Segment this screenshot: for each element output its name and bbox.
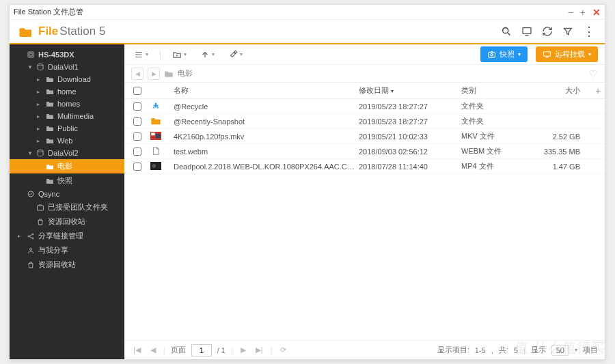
file-row[interactable]: @Recently-Snapshot2019/05/23 18:27:27文件夹	[124, 114, 605, 129]
pager-show-value[interactable]: 50	[551, 345, 569, 356]
file-type: 文件夹	[461, 116, 530, 126]
tree-item[interactable]: 已接受团队文件夹	[10, 200, 124, 214]
file-icon	[150, 116, 161, 126]
tree-item[interactable]: ▸Web	[10, 135, 124, 147]
row-checkbox[interactable]	[133, 148, 141, 156]
tree-item[interactable]: ▸Multimedia	[10, 110, 124, 122]
tree-item[interactable]: ▸homes	[10, 98, 124, 110]
file-size: 1.47 GB	[530, 163, 591, 171]
tree-arrow-icon[interactable]: ▸	[37, 113, 42, 120]
tree-arrow-icon[interactable]: ▸	[37, 76, 42, 83]
pager-prev[interactable]: ◀	[148, 346, 158, 354]
tree-arrow-icon[interactable]: ▼	[27, 64, 33, 70]
pager-total-label: 共:	[499, 345, 508, 355]
snapshot-button[interactable]: 快照▾	[480, 46, 528, 62]
column-date[interactable]: 修改日期▾	[359, 85, 461, 96]
tree-arrow-icon[interactable]: ▸	[37, 126, 42, 132]
svg-rect-2	[28, 52, 33, 57]
file-size: 335.35 MB	[530, 148, 591, 156]
tree-arrow-icon[interactable]: ▼	[27, 150, 33, 156]
tree-arrow-icon[interactable]: ▸	[37, 89, 42, 95]
svg-point-4	[38, 64, 43, 66]
minimize-button[interactable]: −	[568, 8, 573, 17]
column-size[interactable]: 大小	[530, 85, 591, 96]
svg-rect-16	[151, 132, 154, 135]
view-mode-button[interactable]: ▾	[131, 48, 151, 61]
tree-arrow-icon[interactable]: ▸	[37, 101, 42, 107]
maximize-button[interactable]: +	[580, 8, 586, 17]
svg-point-5	[38, 150, 43, 152]
tree-item[interactable]: ▸分享链接管理	[10, 229, 124, 243]
nav-forward-button[interactable]: ▶	[148, 68, 160, 80]
file-row[interactable]: 4K2160p.120fps.mkv2019/05/21 10:02:33MKV…	[124, 129, 605, 144]
close-button[interactable]: ✕	[592, 8, 601, 17]
breadcrumb-root-icon[interactable]	[164, 70, 174, 78]
row-checkbox[interactable]	[133, 163, 141, 171]
app-window: File Station 文件总管 − + ✕ FileStation 5 ⋮ …	[9, 4, 605, 360]
tree-label: 电影	[57, 161, 120, 171]
svg-point-10	[32, 238, 33, 239]
file-icon	[150, 131, 161, 141]
svg-point-9	[32, 234, 33, 235]
svg-point-13	[491, 53, 493, 55]
remote-mount-button[interactable]: 远程挂载▾	[536, 46, 598, 62]
shared-icon	[26, 247, 36, 255]
file-rows: @Recycle2019/05/23 18:27:27文件夹@Recently-…	[124, 99, 605, 340]
tools-button[interactable]: ▾	[226, 48, 245, 61]
pager-first[interactable]: |◀	[131, 346, 143, 354]
column-name[interactable]: 名称	[171, 85, 359, 96]
tree-label: 资源回收站	[48, 216, 120, 227]
remote-screen-icon[interactable]	[521, 26, 532, 37]
create-folder-button[interactable]: ▾	[169, 48, 189, 61]
tree-item[interactable]: Qsync	[10, 188, 124, 200]
select-all-checkbox[interactable]	[133, 87, 141, 95]
upload-button[interactable]: ▾	[197, 48, 217, 61]
column-add[interactable]: +	[591, 85, 605, 96]
tree-item[interactable]: 与我分享	[10, 243, 124, 257]
file-size: 2.52 GB	[530, 132, 591, 141]
folder-icon	[45, 137, 55, 145]
tree-item[interactable]: 资源回收站	[10, 257, 124, 272]
tree-item[interactable]: ▸Download	[10, 73, 124, 85]
file-row[interactable]: Deadpool.2.2018.WEB-DL.KOR.1080PX264.AAC…	[124, 159, 605, 174]
row-checkbox[interactable]	[133, 132, 141, 141]
tree-arrow-icon[interactable]: ▸	[37, 138, 42, 144]
tree-item[interactable]: 快照	[10, 173, 124, 188]
more-menu-icon[interactable]: ⋮	[583, 24, 595, 39]
pager-page-input[interactable]	[191, 344, 212, 356]
filter-icon[interactable]	[562, 26, 573, 37]
search-icon[interactable]	[501, 26, 512, 37]
row-checkbox[interactable]	[133, 117, 141, 126]
column-type[interactable]: 类别	[461, 85, 530, 96]
nav-back-button[interactable]: ◀	[131, 68, 144, 80]
tree-arrow-icon[interactable]: ▸	[18, 233, 23, 239]
tree-label: DataVol1	[48, 63, 120, 71]
pager-next[interactable]: ▶	[238, 346, 248, 354]
file-row[interactable]: test.webm2018/09/03 02:56:12WEBM 文件335.3…	[124, 144, 605, 159]
tree-item[interactable]: ▸home	[10, 85, 124, 98]
file-type: MKV 文件	[461, 131, 530, 141]
folder-icon	[45, 124, 55, 132]
favorite-icon[interactable]: ♡	[589, 68, 598, 79]
sidebar-tree[interactable]: HS-453DX▼DataVol1▸Download▸home▸homes▸Mu…	[10, 44, 124, 359]
breadcrumb-bar: ◀ ▶ 电影 ♡	[124, 65, 605, 83]
svg-rect-1	[523, 28, 531, 34]
team-icon	[36, 204, 45, 212]
refresh-icon[interactable]	[542, 26, 553, 37]
row-checkbox[interactable]	[133, 102, 141, 111]
tree-item[interactable]: 电影	[10, 159, 124, 173]
tree-item[interactable]: 资源回收站	[10, 214, 124, 229]
folder-sel-icon	[45, 163, 55, 171]
tree-label: DataVol2	[48, 149, 120, 157]
file-row[interactable]: @Recycle2019/05/23 18:27:27文件夹	[124, 99, 605, 114]
tree-item[interactable]: HS-453DX	[10, 48, 124, 61]
file-date: 2018/07/28 11:14:40	[359, 163, 461, 171]
tree-item[interactable]: ▼DataVol2	[10, 147, 124, 159]
breadcrumb-item[interactable]: 电影	[178, 68, 193, 79]
pager-refresh[interactable]: ⟳	[278, 346, 288, 354]
file-date: 2019/05/23 18:27:27	[359, 102, 461, 111]
svg-point-19	[152, 164, 156, 167]
pager-last[interactable]: ▶|	[254, 346, 265, 354]
tree-item[interactable]: ▸Public	[10, 122, 124, 135]
tree-item[interactable]: ▼DataVol1	[10, 61, 124, 73]
